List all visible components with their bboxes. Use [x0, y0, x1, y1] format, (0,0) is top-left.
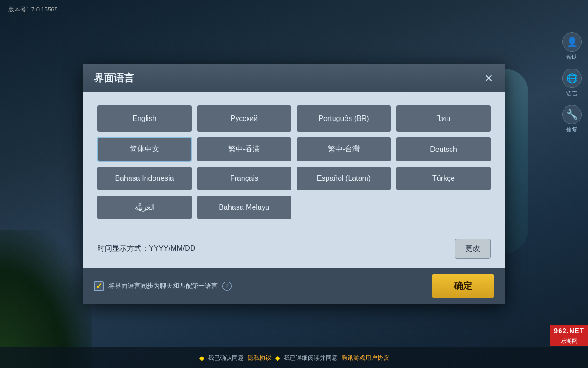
modal-divider: [97, 230, 491, 230]
language-modal: 界面语言 × English Русский Português (BR) ไท…: [83, 64, 505, 304]
modal-footer: ✓ 将界面语言同步为聊天和匹配第一语言 ? 确定: [83, 268, 505, 304]
confirm-button[interactable]: 确定: [432, 274, 494, 298]
lang-spanish-latam[interactable]: Español (Latam): [297, 167, 391, 190]
checkmark-icon: ✓: [96, 282, 102, 290]
time-format-label: 时间显示方式：YYYY/MM/DD: [97, 244, 195, 253]
change-time-format-button[interactable]: 更改: [455, 239, 491, 259]
help-question-icon[interactable]: ?: [222, 282, 232, 291]
lang-arabic[interactable]: العَرَبيَّة: [97, 196, 192, 219]
lang-simplified-chinese[interactable]: 简体中文: [97, 137, 192, 161]
lang-bahasa-indonesia[interactable]: Bahasa Indonesia: [97, 167, 192, 190]
lang-russian[interactable]: Русский: [197, 105, 291, 132]
time-format-row: 时间显示方式：YYYY/MM/DD 更改: [97, 239, 491, 259]
lang-deutsch[interactable]: Deutsch: [396, 137, 491, 161]
lang-turkish[interactable]: Türkçe: [396, 167, 491, 190]
lang-portuguese-br[interactable]: Português (BR): [297, 105, 391, 132]
modal-body: English Русский Português (BR) ไทย 简体中文 …: [83, 92, 505, 268]
sync-checkbox[interactable]: ✓: [94, 281, 104, 291]
language-grid: English Русский Português (BR) ไทย 简体中文 …: [97, 105, 491, 219]
modal-title: 界面语言: [94, 71, 134, 85]
sync-label: 将界面语言同步为聊天和匹配第一语言: [108, 282, 218, 290]
modal-close-button[interactable]: ×: [483, 72, 494, 85]
lang-trad-hk[interactable]: 繁中-香港: [197, 137, 291, 161]
lang-english[interactable]: English: [97, 105, 192, 132]
modal-overlay: 界面语言 × English Русский Português (BR) ไท…: [0, 0, 588, 368]
modal-header: 界面语言 ×: [83, 64, 505, 92]
lang-thai[interactable]: ไทย: [396, 105, 491, 132]
lang-bahasa-melayu[interactable]: Bahasa Melayu: [197, 196, 291, 219]
sync-row: ✓ 将界面语言同步为聊天和匹配第一语言 ?: [94, 281, 232, 291]
lang-trad-tw[interactable]: 繁中-台灣: [297, 137, 391, 161]
lang-french[interactable]: Français: [197, 167, 291, 190]
